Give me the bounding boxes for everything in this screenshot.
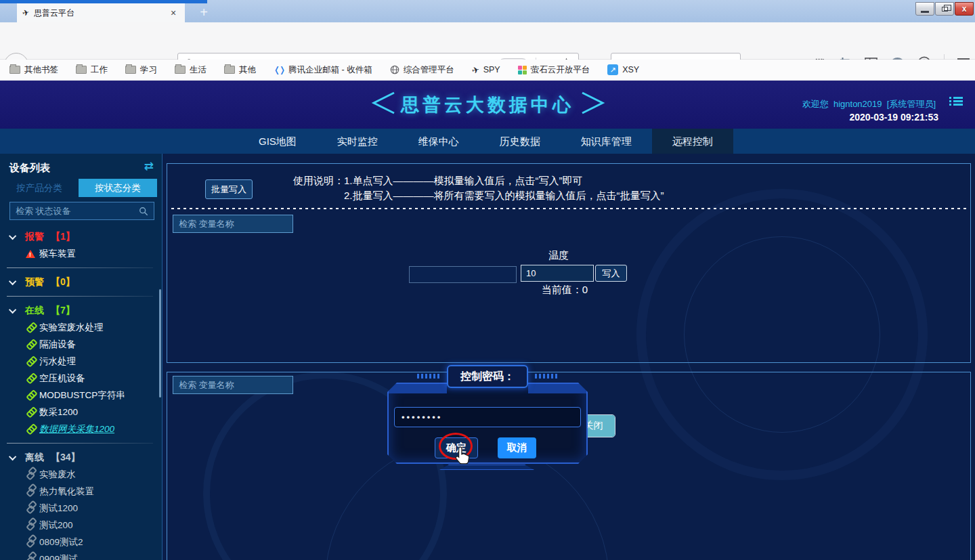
bookmark-item[interactable]: 其他 bbox=[224, 64, 256, 76]
window-close-button[interactable]: x bbox=[955, 2, 974, 16]
device-item[interactable]: 测试200 bbox=[0, 517, 157, 534]
chevron-down-icon[interactable] bbox=[9, 232, 16, 239]
device-item[interactable]: 0809测试2 bbox=[0, 534, 157, 551]
user-role: [系统管理员] bbox=[887, 99, 936, 109]
device-item[interactable]: 0909测试 bbox=[0, 551, 157, 560]
browser-tab[interactable]: ✈ 思普云平台 × bbox=[17, 3, 185, 22]
bookmark-label: SPY bbox=[483, 65, 500, 74]
bookmark-item[interactable]: 综合管理平台 bbox=[390, 64, 454, 76]
device-item[interactable]: MODBUSTCP字符串 bbox=[0, 387, 157, 404]
device-label: 数采1200 bbox=[39, 406, 78, 418]
nav-tab[interactable]: 知识库管理 bbox=[561, 129, 652, 154]
cancel-button[interactable]: 取消 bbox=[498, 437, 536, 458]
bookmark-item[interactable]: 工作 bbox=[76, 64, 108, 76]
main-navbar: GIS地图 实时监控 维保中心 历史数据 知识库管理 远程控制 bbox=[0, 129, 975, 154]
sidebar-title: 设备列表 bbox=[9, 162, 50, 175]
welcome-text: 欢迎您 hignton2019 [系统管理员] bbox=[802, 98, 936, 110]
bookmark-icon bbox=[175, 66, 186, 74]
device-search-box[interactable] bbox=[9, 202, 154, 220]
bookmark-item[interactable]: ↗ XSY bbox=[607, 64, 639, 75]
bookmark-item[interactable]: ✈ SPY bbox=[472, 65, 500, 75]
batch-write-button[interactable]: 批量写入 bbox=[205, 179, 253, 199]
chevron-down-icon[interactable] bbox=[9, 305, 16, 313]
nav-tab[interactable]: 远程控制 bbox=[652, 129, 733, 154]
list-menu-icon[interactable] bbox=[949, 97, 963, 108]
bookmark-icon bbox=[390, 65, 399, 74]
variable-search-input-2[interactable] bbox=[179, 380, 298, 390]
device-item[interactable]: 空压机设备 bbox=[0, 370, 157, 387]
temperature-value-input[interactable] bbox=[521, 265, 594, 282]
control-password-input[interactable] bbox=[394, 407, 581, 427]
tab-title: 思普云平台 bbox=[34, 7, 167, 19]
bookmark-item[interactable]: 其他书签 bbox=[9, 64, 58, 76]
new-tab-button[interactable]: + bbox=[195, 4, 213, 22]
device-sidebar: 设备列表 ⇄ 按产品分类 按状态分类 报警【1】猴车装置预警【0】在线【7】实验… bbox=[0, 154, 162, 560]
username: hignton2019 bbox=[833, 99, 882, 109]
bookmark-label: 其他书签 bbox=[24, 64, 58, 76]
analog-value-input[interactable] bbox=[409, 266, 517, 283]
group-count: 【34】 bbox=[51, 452, 81, 464]
window-restore-button[interactable] bbox=[935, 2, 954, 16]
tree-group-online[interactable]: 在线【7】 bbox=[0, 302, 157, 319]
bookmark-icon: ✈ bbox=[472, 65, 479, 75]
tab-close-icon[interactable]: × bbox=[167, 7, 179, 18]
tree-group-offline[interactable]: 离线【34】 bbox=[0, 449, 157, 466]
device-label: 测试1200 bbox=[39, 502, 78, 515]
link-online-icon bbox=[24, 406, 36, 418]
device-item[interactable]: 数据网关采集1200 bbox=[0, 421, 157, 437]
device-label: MODBUSTCP字符串 bbox=[39, 389, 125, 402]
device-label: 数据网关采集1200 bbox=[39, 423, 114, 435]
device-item[interactable]: 隔油设备 bbox=[0, 336, 157, 353]
bookmark-label: 生活 bbox=[190, 64, 207, 76]
variable-search-box[interactable] bbox=[173, 215, 293, 233]
alarm-warning-icon bbox=[26, 250, 35, 258]
tab-by-product[interactable]: 按产品分类 bbox=[0, 179, 79, 197]
group-count: 【1】 bbox=[51, 231, 75, 243]
nav-tab[interactable]: GIS地图 bbox=[238, 129, 317, 154]
bookmark-item[interactable]: 学习 bbox=[125, 64, 157, 76]
device-item[interactable]: 实验废水 bbox=[0, 466, 157, 483]
chevron-down-icon[interactable] bbox=[9, 277, 16, 284]
bookmark-item[interactable]: 生活 bbox=[175, 64, 207, 76]
device-item[interactable]: 猴车装置 bbox=[0, 245, 157, 262]
device-item[interactable]: 数采1200 bbox=[0, 404, 157, 421]
device-item[interactable]: 实验室废水处理 bbox=[0, 319, 157, 336]
device-label: 猴车装置 bbox=[39, 248, 76, 260]
link-broken-icon bbox=[24, 468, 36, 480]
tree-group-prewarn[interactable]: 预警【0】 bbox=[0, 274, 157, 290]
write-button[interactable]: 写入 bbox=[595, 265, 627, 282]
device-item[interactable]: 热力氧化装置 bbox=[0, 483, 157, 500]
variable-search-box-2[interactable] bbox=[173, 376, 293, 394]
link-online-icon bbox=[24, 355, 36, 367]
device-label: 0909测试 bbox=[39, 553, 78, 560]
usage-instructions: 使用说明：1.单点写入————模拟量输入值后，点击“写入”即可 2.批量写入——… bbox=[293, 173, 664, 203]
nav-tab[interactable]: 实时监控 bbox=[317, 129, 398, 154]
bookmark-icon: ❬❭ bbox=[274, 65, 284, 74]
nav-tab[interactable]: 维保中心 bbox=[398, 129, 479, 154]
bookmark-label: XSY bbox=[622, 65, 639, 74]
link-online-icon bbox=[24, 338, 36, 350]
device-item[interactable]: 测试1200 bbox=[0, 500, 157, 517]
bookmark-item[interactable]: ❬❭ 腾讯企业邮箱 - 收件箱 bbox=[274, 64, 372, 76]
window-minimize-button[interactable] bbox=[915, 2, 934, 16]
screen: ✈ 思普云平台 × + x ← → ⟳ ⌂ bbox=[0, 0, 975, 560]
device-search-input[interactable] bbox=[16, 206, 139, 216]
modal-foot-decoration bbox=[439, 465, 534, 470]
bookmarks-bar: 其他书签 工作 学习 生活 其他 ❬❭ 腾 bbox=[0, 60, 975, 81]
device-label: 实验室废水处理 bbox=[39, 322, 104, 334]
remote-control-content: 批量写入 使用说明：1.单点写入————模拟量输入值后，点击“写入”即可 2.批… bbox=[163, 154, 975, 560]
tab-by-status[interactable]: 按状态分类 bbox=[79, 179, 157, 197]
bookmark-item[interactable]: 萤石云开放平台 bbox=[518, 64, 590, 76]
device-label: 测试200 bbox=[39, 519, 73, 532]
collapse-swap-icon[interactable]: ⇄ bbox=[144, 159, 154, 173]
sidebar-scrollbar[interactable] bbox=[159, 289, 161, 397]
device-item[interactable]: 污水处理 bbox=[0, 353, 157, 370]
tree-group-alarm[interactable]: 报警【1】 bbox=[0, 228, 157, 245]
variable-search-input[interactable] bbox=[179, 219, 298, 229]
window-titlebar: ✈ 思普云平台 × + x bbox=[0, 0, 975, 22]
bookmark-label: 工作 bbox=[91, 64, 108, 76]
nav-tab[interactable]: 历史数据 bbox=[479, 129, 561, 154]
bookmark-icon bbox=[224, 66, 235, 74]
chevron-down-icon[interactable] bbox=[9, 452, 16, 460]
hand-cursor-icon bbox=[454, 446, 471, 465]
